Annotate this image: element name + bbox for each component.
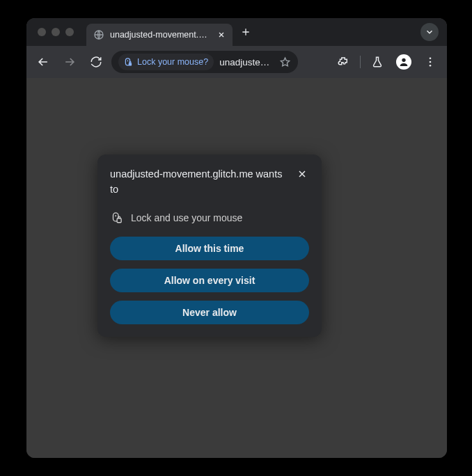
never-allow-button[interactable]: Never allow bbox=[110, 301, 309, 324]
reload-button[interactable] bbox=[85, 51, 107, 73]
allow-this-time-button[interactable]: Allow this time bbox=[110, 237, 309, 260]
toolbar: Lock your mouse? unadjusted-mov… bbox=[26, 46, 447, 78]
permission-dialog: unadjusted-movement.glitch.me wants to L… bbox=[97, 154, 322, 337]
svg-point-4 bbox=[430, 57, 432, 59]
mouse-lock-icon bbox=[110, 212, 123, 224]
svg-point-3 bbox=[402, 58, 405, 62]
kebab-menu-icon[interactable] bbox=[419, 51, 441, 73]
dialog-title: unadjusted-movement.glitch.me wants to bbox=[110, 167, 288, 198]
permission-row: Lock and use your mouse bbox=[110, 212, 309, 224]
permission-chip-label: Lock your mouse? bbox=[137, 57, 208, 67]
window-minimize-button[interactable] bbox=[52, 28, 60, 36]
labs-icon[interactable] bbox=[366, 51, 388, 73]
svg-point-6 bbox=[430, 65, 432, 67]
window-controls bbox=[38, 28, 74, 36]
svg-rect-8 bbox=[117, 218, 121, 222]
permission-label: Lock and use your mouse bbox=[131, 212, 242, 223]
close-tab-icon[interactable] bbox=[217, 31, 226, 39]
extensions-icon[interactable] bbox=[332, 51, 354, 73]
mouse-lock-chip-icon bbox=[123, 57, 133, 68]
window-maximize-button[interactable] bbox=[65, 28, 74, 36]
tab-title: unadjusted-movement.glitch. bbox=[110, 30, 212, 40]
avatar-icon bbox=[396, 54, 411, 70]
svg-point-5 bbox=[430, 61, 432, 63]
url-display: unadjusted-mov… bbox=[219, 57, 274, 68]
new-tab-button[interactable] bbox=[237, 23, 255, 41]
allow-every-visit-button[interactable]: Allow on every visit bbox=[110, 269, 309, 292]
svg-rect-2 bbox=[129, 63, 132, 65]
profile-avatar[interactable] bbox=[393, 51, 415, 73]
forward-button[interactable] bbox=[58, 51, 81, 73]
window-close-button[interactable] bbox=[38, 28, 46, 36]
permission-chip[interactable]: Lock your mouse? bbox=[118, 54, 214, 70]
bookmark-star-icon[interactable] bbox=[279, 56, 291, 68]
address-bar[interactable]: Lock your mouse? unadjusted-mov… bbox=[111, 51, 298, 73]
tab-list-dropdown[interactable] bbox=[420, 23, 439, 41]
back-button[interactable] bbox=[32, 51, 54, 73]
globe-icon bbox=[93, 29, 104, 40]
browser-tab[interactable]: unadjusted-movement.glitch. bbox=[86, 24, 233, 46]
toolbar-divider bbox=[360, 56, 361, 68]
tab-strip: unadjusted-movement.glitch. bbox=[26, 18, 447, 46]
dialog-close-button[interactable] bbox=[295, 167, 309, 181]
